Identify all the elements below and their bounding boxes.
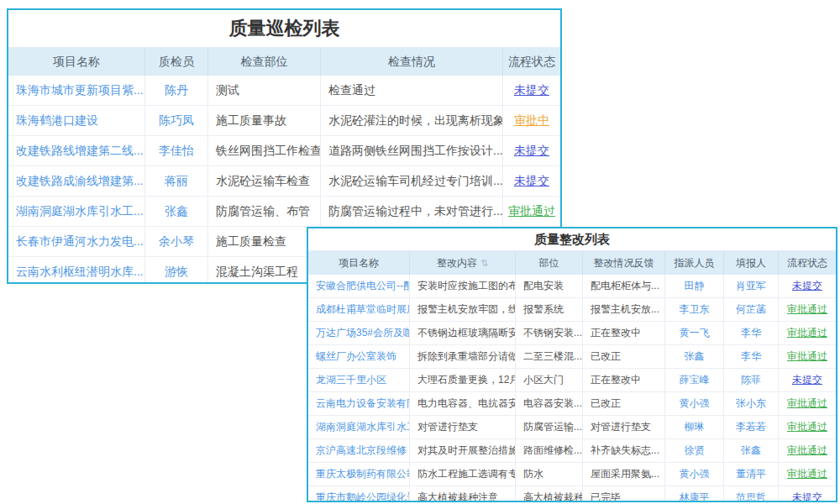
status-badge[interactable]: 审批通过	[787, 349, 827, 364]
project-link[interactable]: 重庆太极制药有限公司亳州中...	[316, 467, 410, 481]
situation-cell: 水泥砼灌注的时候，出现离析现象	[321, 106, 503, 135]
inspector-link[interactable]: 游恢	[165, 265, 188, 280]
project-link[interactable]: 改建铁路线增建第二线...	[16, 144, 144, 159]
table-row: 改建铁路成渝线增建第...蒋丽水泥砼运输车检查水泥砼运输车司机经过专门培训...…	[8, 166, 560, 197]
part-cell: 施工质量事故	[208, 106, 321, 135]
status-cell: 未提交	[503, 166, 560, 196]
feedback-cell: 补齐缺失标志...	[583, 439, 665, 462]
assignee-link[interactable]: 薛宝峰	[680, 373, 710, 387]
assignee-link[interactable]: 黄小强	[680, 396, 710, 411]
situation-text: 道路两侧铁丝网围挡工作按设计...	[328, 144, 503, 159]
inspector-link[interactable]: 蒋丽	[165, 174, 188, 189]
status-badge[interactable]: 审批通过	[787, 444, 827, 458]
project-link[interactable]: 改建铁路成渝线增建第...	[16, 174, 144, 189]
column-header-6: 填报人	[724, 251, 779, 275]
status-badge[interactable]: 审批通过	[787, 467, 827, 481]
assignee-link[interactable]: 张鑫	[685, 349, 705, 364]
content-text: 安装时应按施工图的布置，将...	[417, 279, 516, 293]
reporter-link[interactable]: 董清平	[736, 467, 766, 481]
project-link[interactable]: 成都杜甫草堂临时展厅独立展...	[316, 302, 410, 317]
quality-rectification-table: 质量整改列表 项目名称整改内容⇅部位整改情况反馈指派人员填报人流程状态 安徽合肥…	[307, 227, 837, 502]
feedback-cell: 配电柜柜体与...	[583, 275, 665, 297]
status-badge[interactable]: 未提交	[514, 83, 549, 98]
project-link[interactable]: 珠海市城市更新项目紫...	[16, 83, 144, 98]
feedback-cell: 已改正	[583, 392, 665, 415]
column-header-label: 整改内容	[437, 256, 477, 270]
project-link[interactable]: 长春市伊通河水力发电...	[16, 234, 144, 249]
reporter-link[interactable]: 李华	[741, 326, 761, 340]
status-badge[interactable]: 未提交	[514, 174, 549, 189]
status-badge[interactable]: 审批通过	[787, 302, 827, 317]
status-badge[interactable]: 未提交	[792, 373, 822, 387]
project-link[interactable]: 重庆市鹅岭公园绿化景观提升...	[316, 491, 410, 502]
project-link[interactable]: 龙湖三千里小区	[316, 373, 386, 387]
status-badge[interactable]: 未提交	[792, 279, 822, 293]
part-text: 测试	[216, 83, 239, 98]
project-link[interactable]: 京沪高速北京段维修	[316, 444, 407, 458]
reporter-link[interactable]: 肖亚军	[736, 279, 766, 293]
inspector-cell: 余小琴	[145, 227, 208, 256]
reporter-link[interactable]: 李华	[741, 349, 761, 364]
reporter-link[interactable]: 陈菲	[741, 373, 761, 387]
assignee-cell: 薛宝峰	[665, 369, 724, 391]
status-cell: 审批通过	[779, 392, 836, 415]
inspector-link[interactable]: 余小琴	[159, 234, 194, 249]
project-link[interactable]: 湖南洞庭湖水库引水工...	[16, 204, 144, 219]
assignee-link[interactable]: 黄一飞	[680, 326, 710, 340]
project-link[interactable]: 云南水利枢纽潜明水库...	[16, 265, 144, 280]
project-cell: 万达广场35#会所及咖啡厅空...	[308, 322, 410, 344]
project-link[interactable]: 云南电力设备安装有限公司20...	[316, 396, 410, 411]
status-badge[interactable]: 审批通过	[787, 326, 827, 340]
status-badge[interactable]: 审批通过	[508, 204, 555, 219]
part-cell: 配电安装	[516, 275, 583, 297]
part-text: 防腐管运输...	[523, 420, 582, 434]
assignee-link[interactable]: 李卫东	[680, 302, 710, 317]
inspector-link[interactable]: 陈丹	[165, 83, 188, 98]
status-badge[interactable]: 未提交	[792, 491, 822, 502]
reporter-link[interactable]: 范思哲	[736, 491, 766, 502]
status-badge[interactable]: 未提交	[514, 144, 549, 159]
assignee-link[interactable]: 徐贤	[685, 444, 705, 458]
reporter-cell: 董清平	[724, 463, 779, 486]
reporter-cell: 张鑫	[724, 439, 779, 462]
feedback-cell: 正在整改中	[583, 322, 665, 344]
status-badge[interactable]: 审批通过	[787, 420, 827, 434]
content-text: 不锈钢边框玻璃隔断安装不牢...	[417, 326, 516, 340]
status-badge[interactable]: 审批中	[514, 113, 549, 129]
inspector-link[interactable]: 张鑫	[165, 204, 188, 219]
reporter-link[interactable]: 李若若	[736, 420, 766, 434]
assignee-link[interactable]: 林康平	[680, 491, 710, 502]
situation-cell: 道路两侧铁丝网围挡工作按设计...	[321, 136, 503, 165]
column-header-label: 检查部位	[241, 55, 288, 70]
project-link[interactable]: 湖南洞庭湖水库引水工程施工I标	[316, 420, 410, 434]
assignee-link[interactable]: 田静	[685, 279, 705, 293]
status-cell: 审批通过	[779, 298, 836, 321]
project-cell: 长春市伊通河水力发电...	[8, 227, 145, 256]
rectification-table-header: 项目名称整改内容⇅部位整改情况反馈指派人员填报人流程状态	[308, 251, 836, 275]
inspector-link[interactable]: 李佳怡	[159, 144, 194, 159]
sort-icon[interactable]: ⇅	[480, 259, 488, 268]
reporter-link[interactable]: 张鑫	[741, 444, 761, 458]
assignee-link[interactable]: 柳琳	[685, 420, 705, 434]
situation-text: 检查通过	[328, 83, 375, 98]
feedback-cell: 正在整改中	[583, 369, 665, 391]
status-badge[interactable]: 审批通过	[787, 396, 827, 411]
inspector-cell: 张鑫	[145, 197, 208, 226]
inspector-link[interactable]: 陈巧凤	[159, 113, 194, 129]
project-cell: 改建铁路成渝线增建第...	[8, 166, 145, 196]
project-link[interactable]: 安徽合肥供电公司--配电设备...	[316, 279, 410, 293]
feedback-text: 正在整改中	[591, 373, 641, 387]
part-text: 报警系统	[523, 302, 564, 317]
reporter-link[interactable]: 何芷菡	[736, 302, 766, 317]
column-header-4: 检查情况	[321, 48, 503, 76]
content-text: 电力电容器、电抗器安装方案...	[417, 396, 516, 411]
assignee-link[interactable]: 黄小强	[680, 467, 710, 481]
content-cell: 大理石质量更换，12月31日之...	[410, 369, 516, 391]
column-header-label: 流程状态	[787, 256, 827, 270]
content-text: 高大植被栽种注意	[417, 491, 498, 502]
feedback-text: 已改正	[591, 349, 621, 364]
project-link[interactable]: 珠海鹤港口建设	[16, 113, 98, 129]
reporter-link[interactable]: 张小东	[736, 396, 766, 411]
project-link[interactable]: 螺丝厂办公室装饰	[316, 349, 396, 364]
project-link[interactable]: 万达广场35#会所及咖啡厅空...	[316, 326, 410, 340]
